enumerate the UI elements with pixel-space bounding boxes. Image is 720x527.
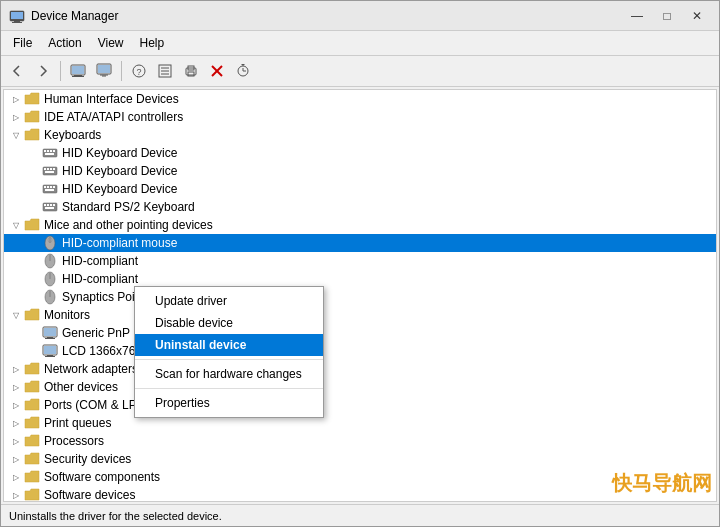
ctx-scan-hardware[interactable]: Scan for hardware changes [135, 363, 323, 385]
ctx-update-driver[interactable]: Update driver [135, 290, 323, 312]
expand-ide[interactable]: ▷ [8, 109, 24, 125]
tree-item-printq[interactable]: ▷ Print queues [4, 414, 716, 432]
svg-rect-31 [44, 168, 46, 170]
svg-rect-63 [47, 355, 53, 356]
toolbar-devmgr[interactable] [92, 59, 116, 83]
svg-rect-34 [53, 168, 55, 170]
svg-rect-3 [12, 22, 22, 23]
ctx-properties[interactable]: Properties [135, 392, 323, 414]
expand-keyboards[interactable]: ▽ [8, 127, 24, 143]
folder-icon-proc [24, 433, 40, 449]
toolbar-list[interactable] [153, 59, 177, 83]
tree-item-lcd[interactable]: LCD 1366x768 [4, 342, 716, 360]
svg-rect-37 [44, 186, 46, 188]
security-label: Security devices [44, 452, 131, 466]
main-content: ▷ Human Interface Devices ▷ IDE ATA/ATAP… [1, 87, 719, 504]
tree-item-keyboards[interactable]: ▽ Keyboards [4, 126, 716, 144]
toolbar-forward[interactable] [31, 59, 55, 83]
menu-view[interactable]: View [90, 33, 132, 53]
svg-rect-6 [74, 75, 82, 76]
hid-label: Human Interface Devices [44, 92, 179, 106]
window-title: Device Manager [31, 9, 623, 23]
tree-item-otherdev[interactable]: ▷ Other devices [4, 378, 716, 396]
software-comp-label: Software components [44, 470, 160, 484]
tree-item-hid-comp1[interactable]: HID-compliant [4, 252, 716, 270]
ctx-separator-2 [135, 388, 323, 389]
toolbar-delete[interactable] [205, 59, 229, 83]
toolbar-sep-2 [121, 61, 122, 81]
toolbar-print[interactable] [179, 59, 203, 83]
printq-label: Print queues [44, 416, 111, 430]
expand-security[interactable]: ▷ [8, 451, 24, 467]
tree-item-ports[interactable]: ▷ Ports (COM & LPT) [4, 396, 716, 414]
svg-rect-43 [44, 204, 46, 206]
status-text: Uninstalls the driver for the selected d… [9, 510, 222, 522]
expand-monitors[interactable]: ▽ [8, 307, 24, 323]
folder-icon-keyboards [24, 127, 40, 143]
status-bar: Uninstalls the driver for the selected d… [1, 504, 719, 526]
hid-mouse-label: HID-compliant mouse [62, 236, 177, 250]
expand-software-dev[interactable]: ▷ [8, 487, 24, 502]
tree-item-kbd2[interactable]: HID Keyboard Device [4, 162, 716, 180]
tree-item-hid[interactable]: ▷ Human Interface Devices [4, 90, 716, 108]
tree-item-software-comp[interactable]: ▷ Software components [4, 468, 716, 486]
expand-hid[interactable]: ▷ [8, 91, 24, 107]
tree-item-hid-comp2[interactable]: HID-compliant [4, 270, 716, 288]
menu-action[interactable]: Action [40, 33, 89, 53]
tree-item-monitors[interactable]: ▽ Monitors [4, 306, 716, 324]
svg-rect-46 [53, 204, 55, 206]
toolbar-scan[interactable] [231, 59, 255, 83]
svg-rect-1 [11, 12, 23, 19]
menu-file[interactable]: File [5, 33, 40, 53]
svg-rect-28 [53, 150, 55, 152]
mouse-icon-3 [42, 271, 58, 287]
expand-software-comp[interactable]: ▷ [8, 469, 24, 485]
toolbar-properties[interactable] [66, 59, 90, 83]
svg-rect-60 [45, 338, 55, 339]
svg-rect-7 [72, 76, 84, 77]
folder-icon-swcomp [24, 469, 40, 485]
app-icon [9, 8, 25, 24]
tree-item-security[interactable]: ▷ Security devices [4, 450, 716, 468]
expand-printq[interactable]: ▷ [8, 415, 24, 431]
tree-item-hid-mouse[interactable]: HID-compliant mouse [4, 234, 716, 252]
tree-item-software-dev[interactable]: ▷ Software devices [4, 486, 716, 502]
toolbar-back[interactable] [5, 59, 29, 83]
hid-comp2-label: HID-compliant [62, 272, 138, 286]
folder-icon-ports [24, 397, 40, 413]
maximize-button[interactable]: □ [653, 6, 681, 26]
tree-item-synaptics[interactable]: Synaptics Pointin... [4, 288, 716, 306]
svg-rect-33 [50, 168, 52, 170]
tree-item-ide[interactable]: ▷ IDE ATA/ATAPI controllers [4, 108, 716, 126]
ctx-disable-device[interactable]: Disable device [135, 312, 323, 334]
svg-rect-38 [47, 186, 49, 188]
tree-item-processors[interactable]: ▷ Processors [4, 432, 716, 450]
tree-item-mice[interactable]: ▽ Mice and other pointing devices [4, 216, 716, 234]
svg-rect-26 [47, 150, 49, 152]
kbd3-label: HID Keyboard Device [62, 182, 177, 196]
device-tree[interactable]: ▷ Human Interface Devices ▷ IDE ATA/ATAP… [3, 89, 717, 502]
svg-rect-29 [45, 153, 54, 155]
expand-mice[interactable]: ▽ [8, 217, 24, 233]
tree-item-kbd4[interactable]: Standard PS/2 Keyboard [4, 198, 716, 216]
tree-item-kbd3[interactable]: HID Keyboard Device [4, 180, 716, 198]
expand-ports[interactable]: ▷ [8, 397, 24, 413]
tree-item-netadapters[interactable]: ▷ Network adapters [4, 360, 716, 378]
tree-item-kbd1[interactable]: HID Keyboard Device [4, 144, 716, 162]
svg-rect-5 [72, 66, 84, 74]
expand-netadapters[interactable]: ▷ [8, 361, 24, 377]
tree-item-pnpmon[interactable]: Generic PnP Mo... [4, 324, 716, 342]
svg-rect-40 [53, 186, 55, 188]
menu-help[interactable]: Help [132, 33, 173, 53]
expand-otherdev[interactable]: ▷ [8, 379, 24, 395]
minimize-button[interactable]: — [623, 6, 651, 26]
folder-icon-swdev [24, 487, 40, 502]
expand-processors[interactable]: ▷ [8, 433, 24, 449]
hid-comp1-label: HID-compliant [62, 254, 138, 268]
toolbar-help[interactable]: ? [127, 59, 151, 83]
ctx-uninstall-device[interactable]: Uninstall device [135, 334, 323, 356]
netadapters-label: Network adapters [44, 362, 138, 376]
keyboard-icon-3 [42, 181, 58, 197]
otherdev-label: Other devices [44, 380, 118, 394]
close-button[interactable]: ✕ [683, 6, 711, 26]
